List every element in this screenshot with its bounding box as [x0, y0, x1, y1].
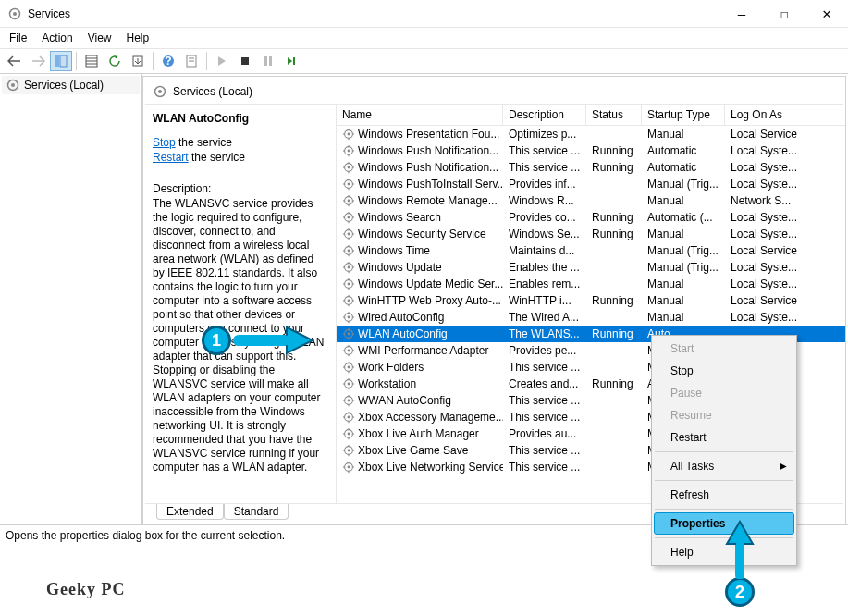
gear-icon — [342, 244, 355, 257]
row-description: This service ... — [503, 461, 586, 474]
menu-action[interactable]: Action — [34, 30, 80, 46]
row-description: The WLANS... — [503, 327, 586, 340]
service-row[interactable]: Windows TimeMaintains d...Manual (Trig..… — [337, 242, 845, 259]
cm-stop[interactable]: Stop — [654, 360, 794, 382]
tree-root-services-local[interactable]: Services (Local) — [2, 76, 140, 94]
row-logon-as: Local Service — [725, 294, 817, 307]
close-button[interactable]: ✕ — [805, 0, 848, 28]
row-name: Windows Presentation Fou... — [358, 128, 499, 141]
cm-refresh[interactable]: Refresh — [654, 484, 794, 506]
menu-help[interactable]: Help — [119, 30, 157, 46]
svg-point-101 — [348, 350, 350, 352]
stop-service-button[interactable] — [234, 51, 256, 71]
maximize-button[interactable]: ☐ — [763, 0, 805, 28]
row-startup-type: Manual — [642, 294, 725, 307]
svg-text:?: ? — [165, 55, 171, 68]
svg-point-137 — [348, 450, 350, 452]
row-description: This service ... — [503, 444, 586, 457]
forward-button[interactable] — [27, 51, 49, 71]
view-button[interactable] — [80, 51, 103, 71]
minimize-button[interactable]: — — [720, 0, 763, 28]
service-row[interactable]: Windows Presentation Fou...Optimizes p..… — [337, 126, 845, 142]
service-row[interactable]: Windows UpdateEnables the ...Manual (Tri… — [337, 259, 845, 276]
svg-point-83 — [348, 300, 350, 302]
tab-extended[interactable]: Extended — [156, 504, 224, 520]
refresh-button[interactable] — [104, 51, 126, 71]
toolbar: ? — [0, 48, 848, 74]
row-status: Running — [586, 228, 642, 240]
service-row[interactable]: Windows Security ServiceWindows Se...Run… — [337, 226, 845, 242]
cm-separator — [655, 509, 793, 510]
row-logon-as: Local Service — [725, 128, 817, 141]
row-description: The Wired A... — [503, 311, 586, 324]
row-startup-type: Manual (Trig... — [642, 178, 725, 191]
row-status: Running — [586, 161, 642, 174]
gear-icon — [342, 327, 355, 340]
row-logon-as: Local Syste... — [725, 311, 817, 324]
service-row[interactable]: Windows Remote Manage...Windows R...Manu… — [337, 192, 845, 209]
col-logon-as[interactable]: Log On As — [725, 105, 817, 125]
stop-link[interactable]: Stop — [153, 136, 176, 149]
row-description: This service ... — [503, 394, 586, 407]
gear-icon — [153, 84, 167, 99]
svg-point-113 — [348, 383, 350, 386]
row-name: Xbox Live Game Save — [358, 444, 468, 457]
row-logon-as: Local Syste... — [725, 178, 817, 191]
detail-header: Services (Local) — [145, 79, 843, 105]
restart-service-button[interactable] — [280, 51, 302, 71]
col-name[interactable]: Name — [337, 105, 503, 125]
svg-rect-14 — [241, 57, 249, 65]
row-name: Xbox Accessory Manageme... — [358, 411, 503, 424]
start-service-button[interactable] — [211, 51, 233, 71]
svg-point-29 — [348, 150, 350, 153]
col-startup-type[interactable]: Startup Type — [642, 105, 725, 125]
svg-point-21 — [158, 90, 162, 93]
service-row[interactable]: Windows PushToInstall Serv...Provides in… — [337, 176, 845, 192]
row-status: Running — [586, 377, 642, 390]
service-row[interactable]: Windows Push Notification...This service… — [337, 159, 845, 176]
svg-point-41 — [348, 183, 350, 186]
row-name: WMI Performance Adapter — [358, 344, 488, 357]
col-description[interactable]: Description — [503, 105, 586, 125]
menu-view[interactable]: View — [80, 30, 119, 46]
statusbar-text: Opens the properties dialog box for the … — [6, 529, 285, 542]
svg-point-125 — [348, 416, 350, 419]
service-row[interactable]: Wired AutoConfigThe Wired A...ManualLoca… — [337, 309, 845, 326]
gear-icon — [342, 178, 355, 191]
cm-all-tasks[interactable]: All Tasks▶ — [654, 455, 794, 477]
pause-service-button[interactable] — [257, 51, 279, 71]
restart-link[interactable]: Restart — [153, 151, 189, 164]
svg-rect-3 — [60, 55, 67, 67]
row-logon-as: Local Service — [725, 244, 817, 257]
tree-root-label: Services (Local) — [24, 79, 104, 92]
svg-point-1 — [13, 12, 17, 16]
export-list-button[interactable] — [127, 51, 149, 71]
gear-icon — [342, 144, 355, 157]
gear-icon — [342, 228, 355, 240]
row-description: Provides pe... — [503, 344, 586, 357]
row-logon-as: Local Syste... — [725, 261, 817, 274]
row-description: Creates and... — [503, 377, 586, 390]
show-hide-tree-button[interactable] — [50, 51, 72, 71]
properties-button[interactable] — [180, 51, 203, 71]
tab-standard[interactable]: Standard — [224, 504, 289, 520]
service-row[interactable]: WinHTTP Web Proxy Auto-...WinHTTP i...Ru… — [337, 292, 845, 309]
gear-icon — [342, 361, 355, 374]
service-row[interactable]: Windows Update Medic Ser...Enables rem..… — [337, 276, 845, 292]
svg-point-107 — [348, 366, 350, 369]
selected-service-name: WLAN AutoConfig — [153, 112, 326, 125]
service-row[interactable]: Windows SearchProvides co...RunningAutom… — [337, 209, 845, 226]
gear-icon — [342, 444, 355, 457]
row-name: Workstation — [358, 377, 416, 390]
help-button[interactable]: ? — [157, 51, 179, 71]
row-description: This service ... — [503, 161, 586, 174]
svg-point-19 — [11, 83, 15, 87]
cm-restart[interactable]: Restart — [654, 426, 794, 449]
svg-point-119 — [348, 400, 350, 402]
service-row[interactable]: Windows Push Notification...This service… — [337, 142, 845, 159]
col-status[interactable]: Status — [586, 105, 642, 125]
row-name: Xbox Live Networking Service — [358, 461, 503, 474]
gear-icon — [342, 211, 355, 224]
back-button[interactable] — [4, 51, 26, 71]
menu-file[interactable]: File — [2, 30, 34, 46]
